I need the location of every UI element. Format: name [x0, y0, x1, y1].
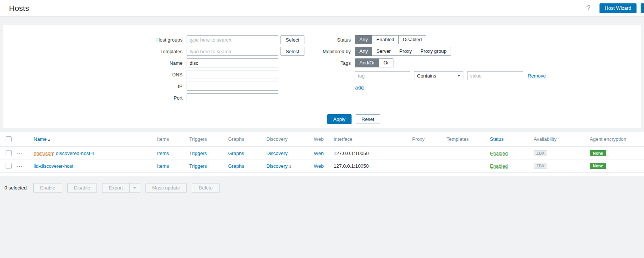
- monitored-by-option-server[interactable]: Server: [372, 47, 395, 56]
- monitored-by-segmented-control: Any Server Proxy Proxy group: [355, 47, 451, 56]
- enable-button[interactable]: Enable: [33, 183, 62, 193]
- host-prefix-link[interactable]: host.json: [34, 151, 53, 156]
- dns-label: DNS: [132, 72, 183, 78]
- table-header-row: Name▲ Items Triggers Graphs Discovery We…: [0, 132, 644, 147]
- host-wizard-button[interactable]: Host Wizard: [599, 3, 637, 13]
- filter-row-monitored-by: Monitored by Any Server Proxy Proxy grou…: [295, 47, 546, 56]
- selected-count: 0 selected: [4, 185, 27, 191]
- context-menu-icon[interactable]: •••: [17, 165, 22, 169]
- export-button[interactable]: Export: [102, 183, 129, 192]
- triggers-link[interactable]: Triggers: [189, 163, 207, 169]
- port-label: Port: [132, 95, 183, 101]
- triggers-link[interactable]: Triggers: [189, 151, 207, 156]
- filter-row-dns: DNS: [132, 70, 304, 79]
- column-header-web: Web: [312, 132, 332, 147]
- tag-name-input[interactable]: [355, 71, 410, 80]
- table-row: ••• host.json: discovered-host-1 Items T…: [0, 147, 644, 160]
- port-input[interactable]: [187, 93, 278, 102]
- templates-cell: [445, 160, 488, 172]
- monitored-by-label: Monitored by: [295, 49, 351, 54]
- help-icon[interactable]: ?: [587, 4, 591, 12]
- column-header-availability: Availability: [532, 132, 588, 147]
- context-menu-icon[interactable]: •••: [17, 152, 22, 156]
- status-label: Status: [295, 37, 351, 43]
- web-link[interactable]: Web: [314, 163, 324, 169]
- delete-button[interactable]: Delete: [192, 183, 220, 193]
- disable-button[interactable]: Disable: [67, 183, 97, 193]
- tags-option-or[interactable]: Or: [379, 58, 393, 67]
- host-groups-input[interactable]: [187, 35, 278, 44]
- row-checkbox[interactable]: [6, 150, 12, 156]
- tag-operator-select[interactable]: Contains: [414, 71, 463, 80]
- column-header-discovery: Discovery: [264, 132, 312, 147]
- tags-segmented-control: And/Or Or: [355, 58, 393, 67]
- discovery-link[interactable]: Discovery: [266, 163, 288, 169]
- status-segmented-control: Any Enabled Disabled: [355, 35, 426, 44]
- export-split-button: Export: [102, 183, 140, 193]
- availability-badge: ZBX: [534, 163, 547, 169]
- interface-cell: 127.0.0.1:10050: [332, 147, 410, 160]
- host-name-link[interactable]: discovered-host-1: [56, 151, 94, 156]
- name-input[interactable]: [187, 58, 278, 67]
- chevron-down-icon: [133, 187, 136, 189]
- discovery-link[interactable]: Discovery: [266, 151, 288, 156]
- templates-input[interactable]: [187, 47, 278, 56]
- apply-button[interactable]: Apply: [327, 114, 352, 124]
- name-label: Name: [132, 60, 183, 66]
- host-name-link[interactable]: lld-discoverer-host: [34, 163, 73, 169]
- filter-actions: Apply Reset: [327, 114, 380, 124]
- filter-divider: [154, 111, 542, 111]
- discovery-count: 1: [289, 164, 291, 169]
- monitored-by-option-proxy[interactable]: Proxy: [395, 47, 416, 56]
- column-header-status[interactable]: Status: [490, 136, 504, 142]
- filter-left-column: Host groups Select Templates Select Name…: [132, 35, 304, 105]
- page-header: Hosts ? Host Wizard Create host: [0, 0, 644, 16]
- tag-value-input[interactable]: [467, 71, 523, 80]
- hosts-table: Name▲ Items Triggers Graphs Discovery We…: [0, 132, 644, 173]
- column-header-templates: Templates: [445, 132, 488, 147]
- status-option-enabled[interactable]: Enabled: [372, 35, 399, 44]
- items-link[interactable]: Items: [157, 151, 169, 156]
- hosts-page: Hosts ? Host Wizard Create host Host gro…: [0, 0, 644, 258]
- agent-encryption-badge: None: [590, 163, 606, 169]
- agent-encryption-badge: None: [590, 150, 606, 156]
- ip-input[interactable]: [187, 82, 278, 91]
- column-header-triggers: Triggers: [187, 132, 226, 147]
- graphs-link[interactable]: Graphs: [228, 163, 244, 169]
- templates-label: Templates: [132, 49, 183, 54]
- row-checkbox[interactable]: [6, 163, 12, 169]
- select-all-checkbox[interactable]: [6, 136, 12, 142]
- page-title: Hosts: [9, 4, 29, 13]
- filter-row-host-groups: Host groups Select: [132, 35, 304, 44]
- tags-option-andor[interactable]: And/Or: [355, 58, 379, 67]
- proxy-cell: [410, 160, 445, 172]
- mass-update-button[interactable]: Mass update: [145, 183, 187, 193]
- mass-action-bar: 0 selected Enable Disable Export Mass up…: [0, 183, 644, 193]
- web-link[interactable]: Web: [314, 151, 324, 156]
- export-menu-button[interactable]: [129, 183, 140, 192]
- status-link[interactable]: Enabled: [490, 151, 508, 156]
- remove-tag-link[interactable]: Remove: [528, 73, 546, 79]
- availability-badge: ZBX: [534, 150, 547, 156]
- host-groups-label: Host groups: [132, 37, 183, 43]
- filter-row-templates: Templates Select: [132, 47, 304, 56]
- column-header-items: Items: [155, 132, 187, 147]
- filter-row-status: Status Any Enabled Disabled: [295, 35, 546, 44]
- column-header-name[interactable]: Name▲: [34, 136, 51, 142]
- ip-label: IP: [132, 84, 183, 89]
- filter-right-column: Status Any Enabled Disabled Monitored by…: [295, 35, 546, 91]
- filter-row-port: Port: [132, 93, 304, 102]
- status-option-disabled[interactable]: Disabled: [398, 35, 426, 44]
- status-option-any[interactable]: Any: [355, 35, 372, 44]
- add-tag-link[interactable]: Add: [355, 85, 364, 90]
- reset-button[interactable]: Reset: [356, 114, 380, 124]
- sort-asc-icon: ▲: [47, 138, 51, 142]
- dns-input[interactable]: [187, 70, 278, 79]
- create-host-button[interactable]: Create host: [641, 3, 644, 13]
- filter-row-ip: IP: [132, 82, 304, 91]
- monitored-by-option-any[interactable]: Any: [355, 47, 372, 56]
- monitored-by-option-proxy-group[interactable]: Proxy group: [416, 47, 451, 56]
- status-link[interactable]: Enabled: [490, 163, 508, 169]
- items-link[interactable]: Items: [157, 163, 169, 169]
- graphs-link[interactable]: Graphs: [228, 151, 244, 156]
